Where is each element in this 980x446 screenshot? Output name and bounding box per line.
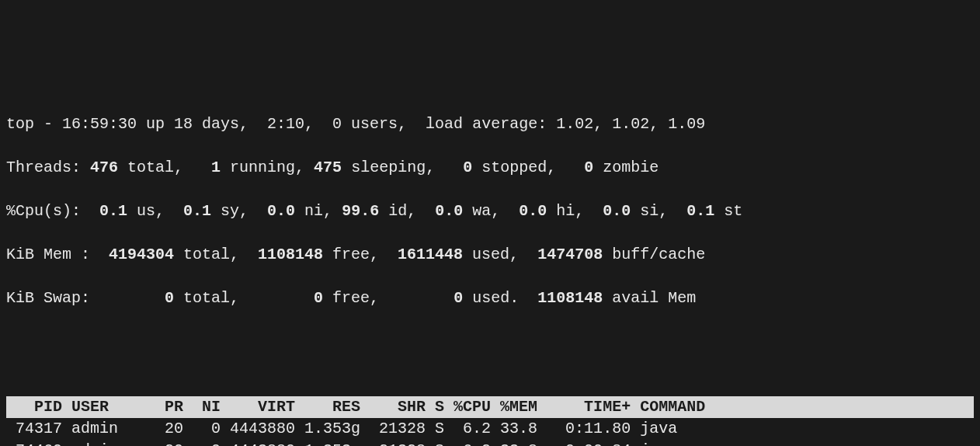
process-list: 74317 admin 20 0 4443880 1.353g 21328 S … xyxy=(6,418,974,446)
mem-line: KiB Mem : 4194304 total, 1108148 free, 1… xyxy=(6,244,974,266)
process-row[interactable]: 74460 admin 20 0 4443880 1.353g 21328 S … xyxy=(6,440,974,446)
threads-line: Threads: 476 total, 1 running, 475 sleep… xyxy=(6,157,974,179)
cpu-line: %Cpu(s): 0.1 us, 0.1 sy, 0.0 ni, 99.6 id… xyxy=(6,200,974,222)
swap-line: KiB Swap: 0 total, 0 free, 0 used. 11081… xyxy=(6,287,974,309)
top-summary: top - 16:59:30 up 18 days, 2:10, 0 users… xyxy=(6,92,974,331)
process-table-header[interactable]: PID USER PR NI VIRT RES SHR S %CPU %MEM … xyxy=(6,396,974,418)
uptime-line: top - 16:59:30 up 18 days, 2:10, 0 users… xyxy=(6,113,974,135)
blank-separator xyxy=(6,353,974,375)
process-row[interactable]: 74317 admin 20 0 4443880 1.353g 21328 S … xyxy=(6,418,974,440)
